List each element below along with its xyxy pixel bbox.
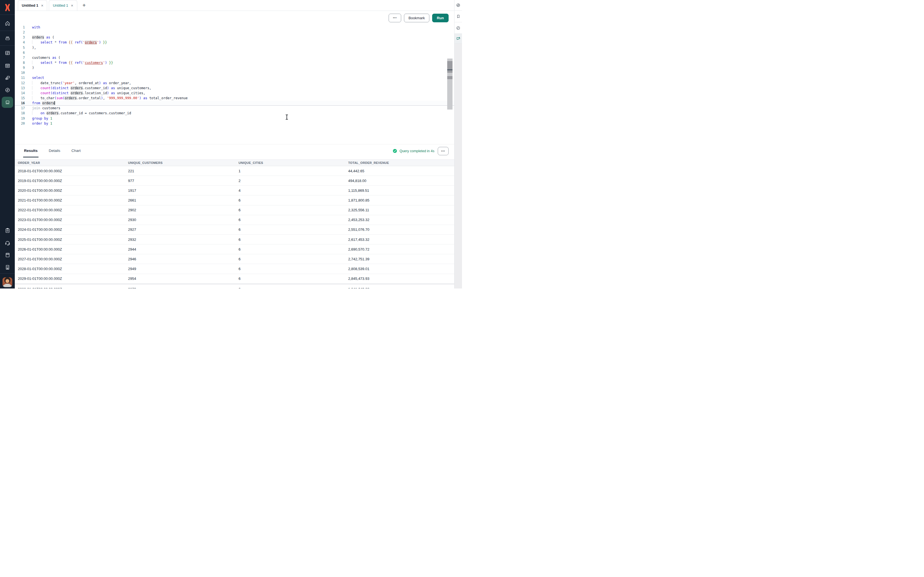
code-line[interactable]: 4 select * from {{ ref('orders') }} — [15, 40, 454, 45]
table-row[interactable]: 2021-01-01T00:00:00.000Z266161,871,800.8… — [15, 195, 454, 205]
column-header[interactable]: UNIQUE_CUSTOMERS — [128, 161, 239, 164]
code-line[interactable]: 13 count(distinct orders.customer_id) as… — [15, 85, 454, 90]
column-header[interactable]: UNIQUE_CITIES — [239, 161, 348, 164]
column-header[interactable]: ORDER_YEAR — [18, 161, 128, 164]
table-cell: 977 — [128, 179, 239, 183]
query-status: Query completed in 4s — [393, 148, 435, 153]
right-rail-scroll-area[interactable] — [454, 44, 462, 288]
code-line[interactable]: 19group by 1 — [15, 116, 454, 121]
editor-scrollbar-cursor-marker — [447, 69, 452, 70]
code-line[interactable]: 18 on orders.customer_id = customers.cus… — [15, 111, 454, 116]
table-cell: 44,442.65 — [348, 169, 454, 173]
table-cell: 2879 — [128, 287, 239, 288]
line-number: 17 — [15, 106, 25, 111]
code-line[interactable]: 3orders as ( — [15, 35, 454, 40]
code-line[interactable]: 1with — [15, 25, 454, 30]
table-cell: 2030-01-01T00:00:00.000Z — [18, 287, 128, 288]
text-caret — [54, 101, 55, 105]
table-cell: 6 — [239, 198, 348, 202]
clipboard-icon[interactable] — [5, 227, 11, 234]
user-avatar[interactable] — [3, 277, 12, 287]
explore-panel-button[interactable] — [454, 0, 462, 11]
table-row[interactable]: 2028-01-01T00:00:00.000Z294962,808,539.0… — [15, 264, 454, 274]
line-number: 20 — [15, 121, 25, 126]
table-row[interactable]: 2029-01-01T00:00:00.000Z295462,845,473.9… — [15, 274, 454, 284]
ai-chat-panel-button[interactable] — [454, 34, 462, 44]
tab-bar: Untitled 1×Untitled 1× + — [15, 0, 454, 11]
code-line[interactable]: 10 — [15, 70, 454, 75]
table-row[interactable]: 2025-01-01T00:00:00.000Z293262,617,453.3… — [15, 235, 454, 245]
new-tab-button[interactable]: + — [82, 2, 86, 9]
editor-tab[interactable]: Untitled 1× — [49, 0, 77, 11]
code-line[interactable]: 17join customers — [15, 106, 454, 111]
more-options-button[interactable]: ••• — [389, 14, 401, 22]
line-number: 13 — [15, 85, 25, 90]
code-line[interactable]: 16from orders — [15, 101, 454, 106]
support-headset-icon[interactable] — [5, 240, 11, 246]
split-windows-icon[interactable] — [5, 75, 11, 81]
tab-label: Untitled 1 — [53, 3, 68, 8]
history-panel-button[interactable] — [454, 22, 462, 34]
hex-logo-icon[interactable] — [3, 3, 11, 11]
table-row[interactable]: 2030-01-01T00:00:00.000Z287961,841,049.3… — [15, 284, 454, 288]
results-more-button[interactable]: ••• — [438, 147, 449, 155]
line-number: 19 — [15, 116, 25, 121]
table-cell: 6 — [239, 237, 348, 242]
table-cell: 2,808,539.01 — [348, 267, 454, 271]
code-window-icon[interactable] — [5, 63, 11, 69]
code-line[interactable]: 15 to_char(sum(orders.order_total), '999… — [15, 96, 454, 101]
line-number: 11 — [15, 75, 25, 80]
results-tab-details[interactable]: Details — [48, 144, 61, 158]
table-row[interactable]: 2018-01-01T00:00:00.000Z221144,442.65 — [15, 166, 454, 176]
table-cell: 2020-01-01T00:00:00.000Z — [18, 189, 128, 193]
column-header[interactable]: TOTAL_ORDER_REVENUE — [348, 161, 454, 164]
table-row[interactable]: 2026-01-01T00:00:00.000Z294462,690,570.7… — [15, 245, 454, 254]
bookmarks-panel-button[interactable] — [454, 11, 462, 22]
line-number: 3 — [15, 35, 25, 40]
table-row[interactable]: 2019-01-01T00:00:00.000Z9772494,818.00 — [15, 176, 454, 185]
organization-building-icon[interactable] — [5, 264, 11, 271]
code-line[interactable]: 5), — [15, 45, 454, 50]
projects-tray-icon[interactable] — [5, 35, 11, 41]
editor-scrollbar-annotation — [447, 76, 452, 79]
code-line-content — [25, 50, 32, 55]
code-line[interactable]: 7customers as ( — [15, 55, 454, 60]
table-row[interactable]: 2027-01-01T00:00:00.000Z294662,742,751.3… — [15, 254, 454, 264]
code-line[interactable]: 9) — [15, 65, 454, 70]
editor-scrollbar-thumb[interactable] — [447, 61, 452, 73]
home-icon[interactable] — [5, 20, 11, 26]
bookmark-button[interactable]: Bookmark — [404, 14, 430, 22]
table-row[interactable]: 2020-01-01T00:00:00.000Z191741,115,869.5… — [15, 185, 454, 195]
close-tab-icon[interactable]: × — [41, 3, 43, 8]
code-line-content: ) — [25, 65, 34, 70]
code-line[interactable]: 11select — [15, 75, 454, 80]
line-number: 18 — [15, 111, 25, 116]
results-tab-chart[interactable]: Chart — [71, 144, 81, 158]
code-line[interactable]: 12 date_trunc('year', ordered_at) as ord… — [15, 81, 454, 85]
sql-editor[interactable]: 1with23orders as (4 select * from {{ ref… — [15, 25, 454, 144]
code-line[interactable]: 20order by 1 — [15, 121, 454, 126]
code-line[interactable]: 14 count(distinct orders.location_id) as… — [15, 90, 454, 96]
editor-tab[interactable]: Untitled 1× — [18, 0, 47, 11]
sidebar-item-notebook-active[interactable] — [2, 97, 13, 108]
line-number: 5 — [15, 45, 25, 50]
results-tab-results[interactable]: Results — [23, 144, 39, 158]
mouse-ibeam-cursor — [285, 114, 288, 119]
table-row[interactable]: 2022-01-01T00:00:00.000Z290262,325,556.1… — [15, 205, 454, 215]
table-cell: 2927 — [128, 227, 239, 232]
code-line[interactable]: 6 — [15, 50, 454, 55]
close-tab-icon[interactable]: × — [71, 3, 73, 8]
code-line[interactable]: 8 select * from {{ ref('customers') }} — [15, 60, 454, 65]
compass-explore-icon[interactable] — [5, 87, 11, 93]
bookmark-icon — [456, 14, 460, 19]
query-status-text: Query completed in 4s — [399, 149, 435, 153]
code-line[interactable]: 2 — [15, 30, 454, 35]
table-cell: 2949 — [128, 267, 239, 271]
table-cell: 221 — [128, 169, 239, 173]
dashboard-grid-icon[interactable] — [5, 50, 11, 56]
table-row[interactable]: 2023-01-01T00:00:00.000Z293062,453,253.3… — [15, 215, 454, 225]
run-button[interactable]: Run — [432, 14, 449, 22]
docs-book-icon[interactable] — [5, 252, 11, 258]
table-row[interactable]: 2024-01-01T00:00:00.000Z292762,551,076.7… — [15, 225, 454, 235]
table-cell: 6 — [239, 208, 348, 212]
